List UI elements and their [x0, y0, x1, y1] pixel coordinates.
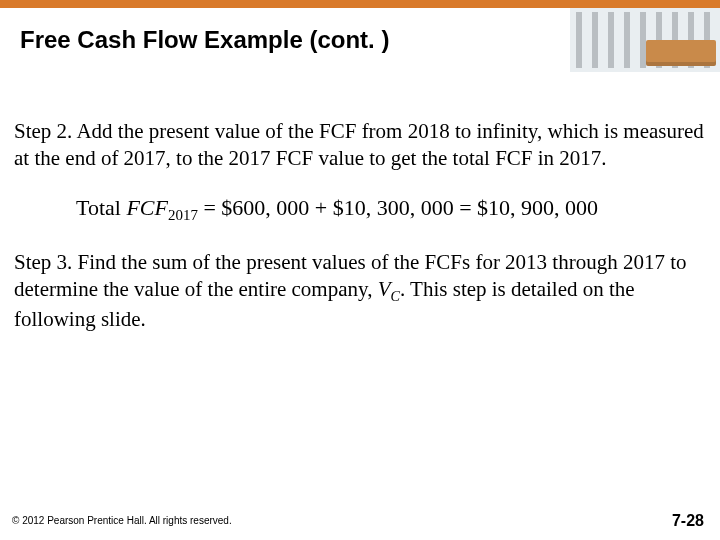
- equation-subscript: 2017: [168, 207, 198, 223]
- equation-rhs: = $600, 000 + $10, 300, 000 = $10, 900, …: [198, 195, 598, 220]
- step-3-var: V: [378, 277, 391, 301]
- page-number: 7-28: [672, 512, 704, 530]
- equation-lead: Total: [76, 195, 126, 220]
- header-decorative-photo: [570, 8, 720, 72]
- step-3-subscript: C: [390, 288, 400, 304]
- slide-body: Step 2. Add the present value of the FCF…: [14, 118, 706, 354]
- equation-var: FCF: [126, 195, 168, 220]
- step-2-text: Step 2. Add the present value of the FCF…: [14, 118, 706, 172]
- equation-total-fcf: Total FCF2017 = $600, 000 + $10, 300, 00…: [76, 194, 706, 226]
- slide-title: Free Cash Flow Example (cont. ): [20, 26, 389, 55]
- slide: Free Cash Flow Example (cont. ) Step 2. …: [0, 0, 720, 540]
- footer-copyright: © 2012 Pearson Prentice Hall. All rights…: [12, 515, 232, 526]
- step-3-text: Step 3. Find the sum of the present valu…: [14, 249, 706, 332]
- accent-bar: [0, 0, 720, 8]
